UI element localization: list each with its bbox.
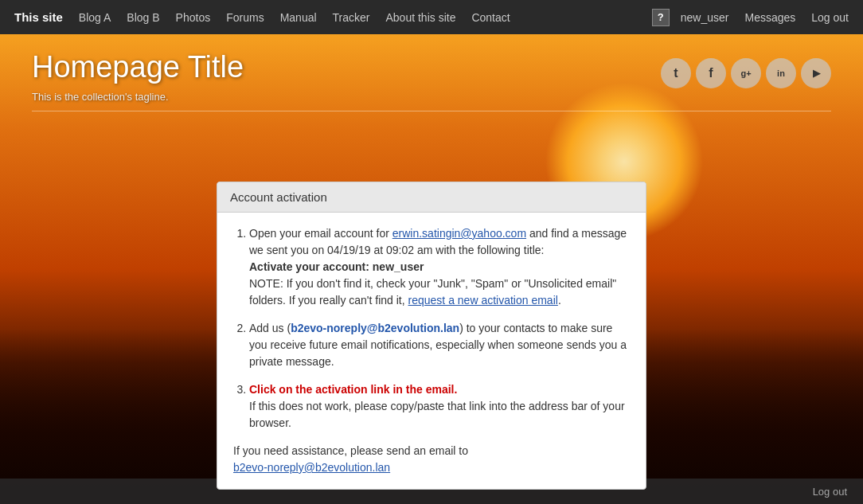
nav-logout[interactable]: Log out [803,11,857,24]
step1-bold-title: Activate your account: new_user [249,260,424,273]
social-icons-group: t f g+ in ▶ [661,50,831,88]
step1-note-post: . [558,294,561,307]
facebook-icon[interactable]: f [696,58,726,88]
footer-logout[interactable]: Log out [813,486,847,498]
nav-forums[interactable]: Forums [218,11,271,24]
hero-section: Homepage Title This is the collection's … [0,34,863,504]
hero-title: Homepage Title [32,50,244,84]
hero-text-block: Homepage Title This is the collection's … [32,50,244,103]
nav-blog-b[interactable]: Blog B [119,11,167,24]
nav-about[interactable]: About this site [378,11,464,24]
step3-red-text: Click on the activation link in the emai… [249,383,457,396]
step1-reactivate-link[interactable]: request a new activation email [408,294,558,307]
step2-pre: Add us ( [249,322,291,334]
twitter-icon[interactable]: t [661,58,691,88]
assistance-pre: If you need assistance, please send an e… [233,444,468,457]
assistance-text: If you need assistance, please send an e… [233,443,630,476]
nav-photos[interactable]: Photos [168,11,219,24]
main-nav: This site Blog A Blog B Photos Forums Ma… [0,0,863,34]
googleplus-icon[interactable]: g+ [731,58,761,88]
nav-manual[interactable]: Manual [272,11,325,24]
nav-messages[interactable]: Messages [736,11,803,24]
step-1: Open your email account for erwin.sating… [249,225,630,309]
step2-email: b2evo-noreply@b2evolution.lan [291,322,459,334]
activation-card: Account activation Open your email accou… [217,182,646,490]
assistance-email[interactable]: b2evo-noreply@b2evolution.lan [233,461,390,474]
hero-tagline: This is the collection's tagline. [32,91,244,103]
hero-header: Homepage Title This is the collection's … [0,34,863,111]
step-3: Click on the activation link in the emai… [249,381,630,432]
nav-contact[interactable]: Contact [463,11,517,24]
youtube-icon[interactable]: ▶ [801,58,831,88]
help-icon[interactable]: ? [652,9,670,26]
nav-blog-a[interactable]: Blog A [71,11,119,24]
linkedin-icon[interactable]: in [766,58,796,88]
step3-fallback: If this does not work, please copy/paste… [249,400,625,429]
step1-email[interactable]: erwin.satingin@yahoo.com [392,227,526,240]
step1-pre: Open your email account for [249,227,392,240]
hero-divider [32,111,831,111]
nav-brand[interactable]: This site [6,10,71,24]
activation-card-container: Account activation Open your email accou… [217,182,646,490]
step-2: Add us (b2evo-noreply@b2evolution.lan) t… [249,320,630,370]
nav-tracker[interactable]: Tracker [325,11,378,24]
card-header: Account activation [217,182,646,213]
nav-username[interactable]: new_user [673,11,737,24]
card-body: Open your email account for erwin.sating… [217,213,646,489]
